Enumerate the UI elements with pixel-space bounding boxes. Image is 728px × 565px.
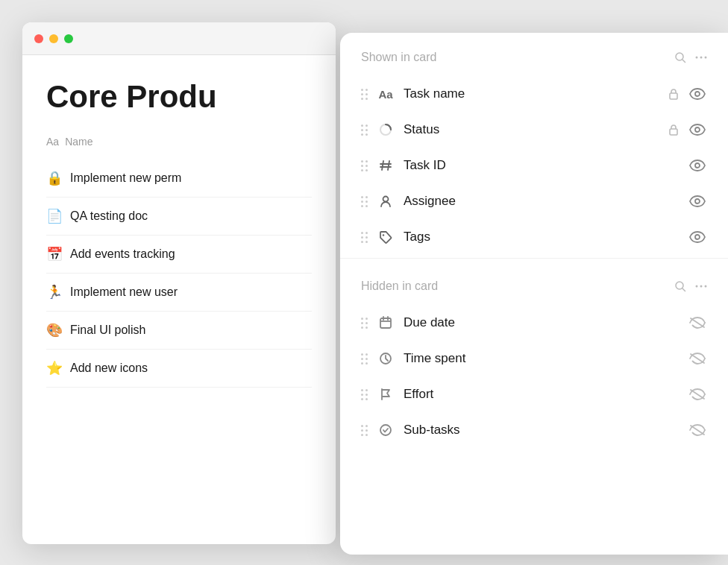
field-type-icon: Aa	[375, 83, 396, 104]
svg-point-14	[695, 163, 700, 168]
item-emoji: 📅	[46, 246, 63, 262]
field-label: Due date	[404, 315, 680, 330]
field-row-assignee: Assignee	[340, 183, 728, 219]
field-label: Effort	[404, 387, 680, 402]
drag-handle[interactable]	[361, 318, 368, 329]
svg-line-11	[388, 161, 389, 170]
svg-point-2	[696, 57, 698, 59]
lock-icon	[668, 124, 679, 136]
toggle-visibility-icon[interactable]	[688, 387, 707, 402]
list-item[interactable]: 🔒Implement new perm	[46, 160, 312, 198]
item-label: Add new icons	[70, 362, 148, 375]
toggle-visibility-icon[interactable]	[688, 86, 707, 101]
svg-point-33	[380, 425, 391, 435]
hidden-fields-list: Due date Time spent	[340, 305, 728, 448]
titlebar	[22, 22, 336, 55]
hidden-section-actions	[674, 280, 707, 292]
item-label: Implement new user	[70, 285, 178, 299]
lock-icon	[668, 88, 679, 100]
item-label: Final UI polish	[70, 323, 145, 337]
maximize-button[interactable]	[64, 34, 73, 43]
field-type-icon	[375, 348, 396, 369]
drag-handle[interactable]	[361, 124, 368, 136]
field-actions	[668, 86, 707, 101]
drag-handle[interactable]	[361, 389, 368, 400]
field-actions	[688, 158, 707, 173]
toggle-visibility-icon[interactable]	[688, 423, 707, 438]
field-label: Task name	[404, 86, 661, 101]
background-window: Core Produ Aa Name 🔒Implement new perm📄Q…	[22, 22, 336, 544]
field-label: Sub-tasks	[404, 423, 680, 438]
field-row-sub-tasks: Sub-tasks	[340, 412, 728, 448]
shown-section-header: Shown in card	[340, 33, 728, 76]
toggle-visibility-icon[interactable]	[688, 351, 707, 366]
svg-point-15	[383, 197, 389, 202]
toggle-visibility-icon[interactable]	[688, 230, 707, 244]
svg-line-1	[682, 60, 685, 63]
page-title: Core Produ	[46, 79, 312, 115]
svg-rect-8	[670, 129, 677, 135]
field-row-status: Status	[340, 112, 728, 148]
list-item[interactable]: 🎨Final UI polish	[46, 312, 312, 350]
hidden-more-icon[interactable]	[695, 285, 707, 288]
drag-handle[interactable]	[361, 89, 368, 100]
column-prefix: Aa	[46, 136, 59, 148]
field-label: Status	[404, 122, 661, 137]
list-item[interactable]: ⭐Add new icons	[46, 350, 312, 388]
field-row-effort: Effort	[340, 376, 728, 412]
svg-point-21	[696, 285, 698, 288]
task-list: 🔒Implement new perm📄QA testing doc📅Add e…	[46, 160, 312, 388]
drag-handle[interactable]	[361, 160, 368, 171]
field-label: Task ID	[404, 158, 680, 173]
minimize-button[interactable]	[49, 34, 58, 43]
field-type-icon	[375, 155, 396, 176]
drag-handle[interactable]	[361, 425, 368, 436]
svg-line-20	[682, 288, 685, 291]
field-actions	[688, 351, 707, 366]
field-label: Tags	[404, 230, 680, 244]
list-item[interactable]: 📅Add events tracking	[46, 236, 312, 274]
item-label: Implement new perm	[70, 171, 181, 185]
field-actions	[688, 423, 707, 438]
toggle-visibility-icon[interactable]	[688, 158, 707, 173]
field-settings-panel: Shown in card Aa	[340, 33, 728, 555]
field-actions	[688, 230, 707, 244]
drag-handle[interactable]	[361, 196, 368, 207]
item-label: QA testing doc	[70, 209, 148, 223]
svg-point-22	[700, 285, 703, 288]
shown-search-icon[interactable]	[674, 51, 686, 63]
hidden-section-title: Hidden in card	[361, 280, 438, 293]
svg-point-6	[695, 92, 700, 96]
shown-more-icon[interactable]	[695, 56, 707, 59]
item-label: Add events tracking	[70, 247, 175, 261]
field-row-task-id: Task ID	[340, 148, 728, 183]
field-type-icon	[375, 312, 396, 333]
toggle-visibility-icon[interactable]	[688, 122, 707, 137]
toggle-visibility-icon[interactable]	[688, 194, 707, 209]
drag-handle[interactable]	[361, 232, 368, 243]
field-actions	[688, 315, 707, 330]
svg-point-23	[705, 285, 707, 288]
field-row-time-spent: Time spent	[340, 341, 728, 376]
field-type-icon	[375, 119, 396, 140]
shown-section-actions	[674, 51, 707, 63]
list-item[interactable]: 🏃Implement new user	[46, 274, 312, 312]
column-label: Name	[65, 136, 92, 148]
field-row-tags: Tags	[340, 219, 728, 255]
drag-handle[interactable]	[361, 353, 368, 364]
svg-point-3	[700, 57, 703, 59]
field-label: Assignee	[404, 194, 680, 209]
column-header: Aa Name	[46, 136, 312, 148]
hidden-search-icon[interactable]	[674, 280, 686, 292]
list-item[interactable]: 📄QA testing doc	[46, 198, 312, 236]
item-emoji: 🔒	[46, 170, 63, 186]
svg-rect-24	[380, 318, 391, 328]
field-actions	[668, 122, 707, 137]
field-type-icon	[375, 191, 396, 212]
svg-point-4	[705, 57, 707, 59]
close-button[interactable]	[34, 34, 43, 43]
svg-rect-5	[670, 93, 677, 99]
field-actions	[688, 194, 707, 209]
toggle-visibility-icon[interactable]	[688, 315, 707, 330]
item-emoji: 🎨	[46, 322, 63, 338]
